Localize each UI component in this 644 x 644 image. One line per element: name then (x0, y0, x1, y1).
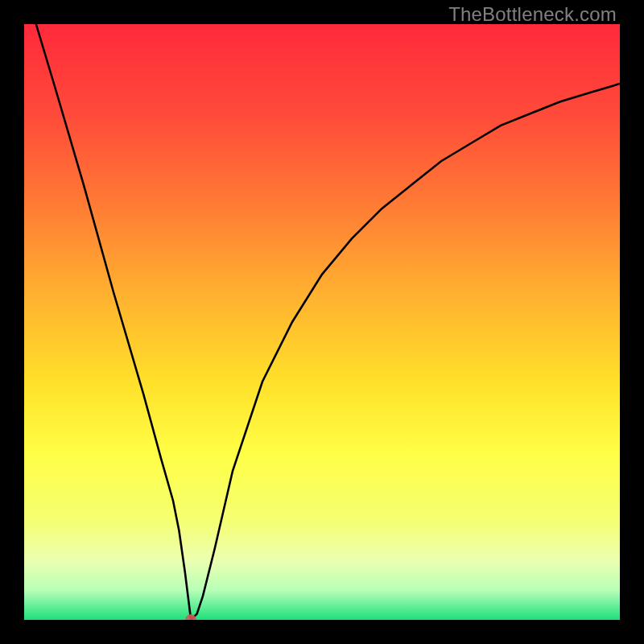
minimum-marker-dot (185, 614, 196, 620)
chart-frame: TheBottleneck.com (0, 0, 644, 644)
watermark-text: TheBottleneck.com (448, 3, 617, 26)
bottleneck-curve (36, 24, 620, 620)
plot-area (24, 24, 620, 620)
curve-svg (24, 24, 620, 620)
